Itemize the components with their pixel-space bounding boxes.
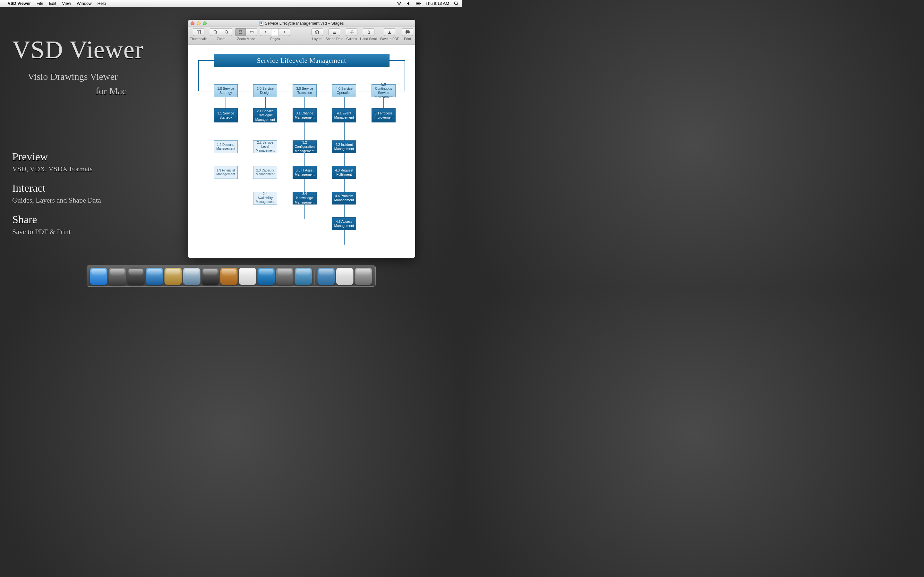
toolbar-label: Hand Scroll (360, 37, 377, 41)
diagram-node: 5.0 Continuous Service Improvement (372, 84, 396, 97)
dock-calendar[interactable] (239, 268, 256, 285)
svg-point-4 (455, 2, 457, 5)
svg-rect-7 (199, 30, 200, 34)
dock-separator (315, 269, 315, 285)
thumbnails-button[interactable] (193, 29, 204, 35)
product-subtitle-2: for Mac (95, 85, 144, 97)
diagram-node: 1.2 Demand Management (214, 140, 238, 153)
save-pdf-button[interactable] (384, 29, 395, 35)
feature-desc: Save to PDF & Print (12, 227, 101, 236)
menubar: VSD Viewer File Edit View Window Help Th… (0, 0, 462, 7)
diagram-node: 3.2 Configuration Management (292, 140, 317, 153)
dock-vsd-viewer[interactable] (295, 268, 312, 285)
toolbar-label: Pages (270, 37, 280, 41)
diagram-node: 1.0 Service Startegy (214, 84, 238, 97)
drawing-canvas[interactable]: Service Lifecycle Management 1.0 Service… (188, 45, 415, 258)
feature-heading: Preview (12, 151, 101, 163)
diagram-node: 5.1 Process Improvement (372, 108, 396, 122)
dock-app-store[interactable] (146, 268, 163, 285)
svg-rect-20 (250, 31, 253, 33)
zoom-in-button[interactable] (210, 29, 221, 35)
volume-icon[interactable] (406, 1, 411, 6)
dock-trash[interactable] (355, 268, 372, 285)
dock-facetime[interactable] (202, 268, 219, 285)
toolbar-label: Zoom (217, 37, 226, 41)
print-button[interactable] (402, 29, 413, 35)
minimize-button[interactable] (197, 21, 200, 25)
product-title: VSD Viewer (12, 35, 144, 64)
wifi-icon[interactable] (397, 1, 402, 6)
dock-downloads[interactable] (336, 268, 354, 285)
toolbar-label: Shape Data (326, 37, 343, 41)
spotlight-icon[interactable] (454, 1, 459, 6)
feature-heading: Share (12, 213, 101, 226)
menu-help[interactable]: Help (97, 1, 106, 6)
toolbar-label: Save to PDF (380, 37, 399, 41)
document-icon (260, 21, 263, 26)
menu-window[interactable]: Window (77, 1, 91, 6)
vsd-viewer-window: Service Lifecycle Management.vsd – Stage… (188, 20, 415, 258)
diagram-node: 2.0 Service Design (253, 84, 277, 97)
diagram-node: 3.4 Knowledge Management (292, 192, 317, 205)
svg-point-0 (399, 5, 399, 5)
diagram-node: 4.4 Problem Management (332, 192, 356, 205)
svg-rect-3 (417, 3, 419, 4)
dock-safari[interactable] (183, 268, 200, 285)
hand-scroll-button[interactable] (363, 29, 374, 35)
feature-preview: Preview VSD, VDX, VSDX Formats (12, 151, 101, 173)
diagram-node: 2.3 Capacity Management (253, 166, 277, 179)
battery-icon[interactable] (416, 1, 421, 6)
feature-heading: Interact (12, 182, 101, 194)
dock-mission-control[interactable] (128, 268, 145, 285)
diagram-node: 1.3 Financial Management (214, 166, 238, 179)
diagram-node: 4.1 Event Management (332, 108, 356, 122)
diagram-node: 3.3 IT Asset Management (292, 166, 317, 179)
feature-desc: VSD, VDX, VSDX Formats (12, 165, 101, 173)
svg-line-9 (216, 33, 217, 34)
menu-edit[interactable]: Edit (49, 1, 56, 6)
feature-interact: Interact Guides, Layers and Shape Data (12, 182, 101, 205)
page-number: 1 (271, 29, 279, 35)
diagram-node: 4.0 Service Operation (332, 84, 356, 97)
dock-system-preferences[interactable] (276, 268, 294, 285)
diagram-node: 4.2 Incident Management (332, 140, 356, 153)
toolbar-label: Layers (312, 37, 322, 41)
diagram-node: 4.5 Access Management (332, 218, 356, 230)
guides-button[interactable] (346, 29, 357, 35)
app-menu[interactable]: VSD Viewer (8, 1, 31, 6)
diagram-node: 3.1 Change Management (292, 108, 317, 122)
zoom-mode-width-button[interactable] (246, 29, 257, 35)
diagram-node: 1.1 Service Startegy (214, 108, 238, 122)
diagram-node: 2.1 Service Catalogue Management (253, 108, 277, 122)
next-page-button[interactable] (279, 29, 290, 35)
dock-launchpad[interactable] (109, 268, 126, 285)
diagram-node: 3.0 Service Transition (292, 84, 317, 97)
window-titlebar[interactable]: Service Lifecycle Management.vsd – Stage… (188, 20, 415, 27)
zoom-button[interactable] (203, 21, 207, 25)
dock (87, 266, 376, 287)
dock-contacts[interactable] (220, 268, 238, 285)
shape-data-button[interactable] (329, 29, 340, 35)
zoom-out-button[interactable] (221, 29, 232, 35)
diagram-node: 2.2 Service Level Management (253, 140, 277, 153)
product-subtitle-1: Visio Drawings Viewer (27, 67, 144, 85)
zoom-mode-fit-button[interactable] (235, 29, 246, 35)
feature-share: Share Save to PDF & Print (12, 213, 101, 236)
close-button[interactable] (191, 21, 194, 25)
clock[interactable]: Thu 9:13 AM (425, 1, 449, 6)
dock-mail[interactable] (165, 268, 182, 285)
dock-itunes[interactable] (258, 268, 275, 285)
diagram-title: Service Lifecycle Management (214, 54, 389, 67)
layers-button[interactable] (312, 29, 323, 35)
svg-line-13 (228, 33, 228, 34)
prev-page-button[interactable] (260, 29, 271, 35)
svg-rect-6 (197, 30, 198, 34)
menu-file[interactable]: File (37, 1, 43, 6)
promo-features: Preview VSD, VDX, VSDX Formats Interact … (12, 151, 101, 245)
menu-view[interactable]: View (62, 1, 71, 6)
svg-rect-2 (420, 3, 421, 4)
diagram-node: 4.3 Request Fulfillment (332, 166, 356, 179)
diagram: Service Lifecycle Management 1.0 Service… (194, 51, 409, 252)
dock-finder[interactable] (90, 268, 107, 285)
dock-documents[interactable] (318, 268, 335, 285)
